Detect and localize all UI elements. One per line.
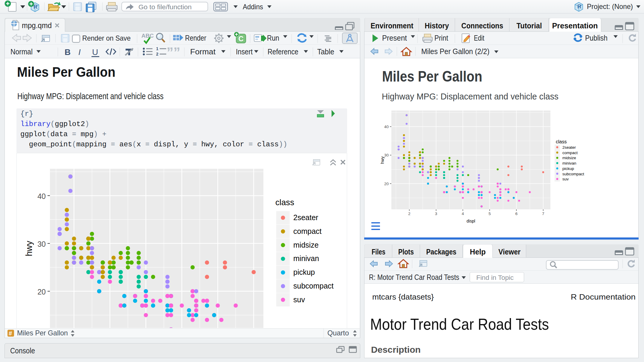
svg-text:Miles Per Gallon: Miles Per Gallon [17, 329, 68, 337]
svg-text:Present: Present [382, 34, 407, 42]
svg-text:ABC: ABC [141, 33, 154, 39]
svg-text:Render on Save: Render on Save [82, 34, 131, 42]
svg-text:Reference: Reference [268, 47, 298, 56]
svg-text:Addins: Addins [243, 3, 263, 11]
svg-text:hwy: hwy [380, 157, 385, 164]
svg-text:class: class [556, 139, 567, 144]
svg-text:2: 2 [408, 211, 410, 216]
svg-text:20: 20 [384, 182, 389, 186]
svg-text:Insert: Insert [236, 47, 253, 56]
svg-text:40: 40 [37, 192, 46, 200]
svg-text:pickup: pickup [293, 268, 315, 276]
svg-text:subcompact: subcompact [293, 282, 334, 290]
svg-text:7: 7 [542, 211, 544, 216]
svg-text:compact: compact [562, 151, 578, 155]
svg-text:30: 30 [37, 240, 46, 248]
svg-text:#: # [9, 330, 12, 337]
svg-text:Connections: Connections [461, 22, 503, 30]
svg-text:1: 1 [156, 46, 158, 51]
svg-text:Motor Trend Car Road Tests: Motor Trend Car Road Tests [370, 315, 549, 333]
svg-text:Packages: Packages [426, 248, 457, 256]
svg-text:U: U [92, 47, 98, 57]
svg-text:subcompact: subcompact [562, 172, 584, 176]
svg-text:Presentation: Presentation [552, 22, 598, 30]
svg-text:I: I [78, 47, 81, 57]
svg-text:Go to file/function: Go to file/function [138, 3, 192, 11]
svg-text:mpg.qmd: mpg.qmd [22, 21, 52, 30]
svg-text:Console: Console [10, 346, 35, 355]
svg-text:C: C [238, 35, 243, 43]
svg-text:6: 6 [515, 211, 518, 216]
svg-text:2seater: 2seater [293, 213, 318, 222]
svg-text:Normal: Normal [10, 47, 33, 56]
svg-text:Format: Format [190, 47, 216, 56]
svg-text:Tutorial: Tutorial [517, 22, 542, 30]
svg-text:2: 2 [156, 52, 158, 56]
svg-text:midsize: midsize [562, 156, 576, 160]
svg-text:suv: suv [562, 177, 569, 181]
svg-text:mtcars {datasets}: mtcars {datasets} [372, 292, 434, 301]
svg-text:R: Motor Trend Car Road Tests: R: Motor Trend Car Road Tests [369, 273, 459, 281]
svg-text:class: class [275, 198, 294, 207]
svg-text:Miles Per Gallon: Miles Per Gallon [17, 64, 115, 80]
svg-text:R: R [33, 4, 38, 10]
svg-text:Help: Help [470, 248, 486, 256]
svg-text:suv: suv [293, 295, 305, 304]
svg-text:Find in Topic: Find in Topic [476, 274, 514, 281]
svg-text:History: History [425, 22, 449, 30]
svg-text:Publish: Publish [585, 34, 608, 42]
svg-text:minivan: minivan [293, 254, 319, 263]
svg-text:minivan: minivan [562, 161, 576, 165]
svg-text:Highway MPG: Displacement and: Highway MPG: Displacement and vehicle cl… [17, 91, 164, 101]
svg-text:R: R [577, 3, 582, 10]
svg-text:Viewer: Viewer [498, 248, 521, 256]
svg-text:Project: (None): Project: (None) [587, 2, 633, 10]
svg-text:Plots: Plots [398, 248, 414, 256]
svg-text:””: ”” [167, 45, 180, 60]
svg-text:Quarto: Quarto [327, 329, 349, 337]
svg-text:2seater: 2seater [562, 145, 576, 150]
svg-text:Description: Description [371, 345, 421, 355]
svg-text:5: 5 [489, 211, 491, 216]
svg-text:Miles Per Gallon (2/2): Miles Per Gallon (2/2) [421, 47, 489, 56]
svg-text:midsize: midsize [293, 241, 319, 249]
svg-text:B: B [65, 47, 71, 57]
svg-text:Files: Files [372, 248, 385, 256]
svg-text:displ: displ [467, 219, 475, 223]
svg-text:hwy: hwy [24, 241, 34, 256]
svg-text:pickup: pickup [562, 166, 574, 171]
svg-text:3: 3 [435, 211, 437, 216]
svg-text:R Documentation: R Documentation [571, 292, 636, 301]
svg-text:Environment: Environment [371, 22, 414, 30]
svg-text:Render: Render [185, 34, 206, 42]
svg-text:Print: Print [434, 34, 448, 42]
svg-text:20: 20 [37, 288, 46, 296]
svg-text:30: 30 [384, 153, 389, 157]
svg-text:Run: Run [267, 34, 279, 42]
svg-text:4: 4 [462, 211, 464, 216]
svg-text:Edit: Edit [474, 34, 484, 42]
svg-text:40: 40 [384, 125, 389, 129]
svg-text:Table: Table [317, 47, 334, 56]
svg-text:compact: compact [293, 227, 322, 235]
